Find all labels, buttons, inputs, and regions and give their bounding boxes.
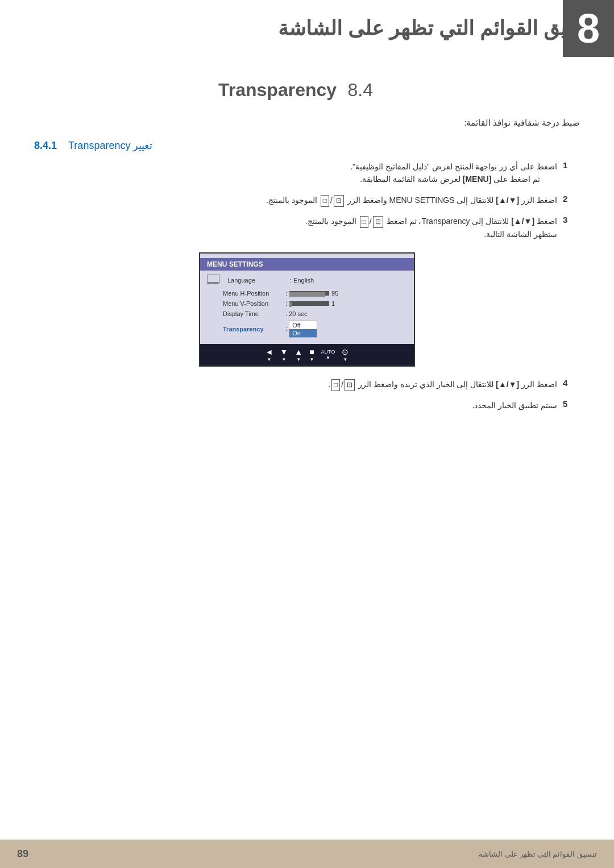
monitor-screen: MENU SETTINGS Language : English Menu H-… <box>199 252 415 367</box>
step-number-4: 4 <box>563 378 580 388</box>
menu-value-vposition: : 1 <box>285 300 407 307</box>
subsection-heading: تغيير Transparency 8.4.1 <box>34 139 580 152</box>
ctrl-left: ◄ ▼ <box>265 347 273 362</box>
menu-label-vposition: Menu V-Position <box>223 300 285 307</box>
section-number: 8.4 <box>348 80 373 100</box>
menu-value-hposition: : 95 <box>285 290 407 297</box>
ctrl-select: ■ ▼ <box>309 347 314 362</box>
step-text-5: سيتم تطبيق الخيار المحدد. <box>472 399 557 412</box>
step-text-4: اضغط الزر [▼/▲] للانتقال إلى الخيار الذي… <box>328 378 557 391</box>
menu-label-transparency: Transparency <box>223 326 285 333</box>
footer-page-number: 89 <box>17 848 28 860</box>
step-text-2: اضغط الزر [▼/▲] للانتقال إلى MENU SETTIN… <box>266 194 557 207</box>
step-4: 4 اضغط الزر [▼/▲] للانتقال إلى الخيار ال… <box>34 378 580 391</box>
step-2: 2 اضغط الزر [▼/▲] للانتقال إلى MENU SETT… <box>34 194 580 207</box>
menu-row-hposition: Menu H-Position : 95 <box>200 288 414 298</box>
menu-value-transparency: : Off On <box>285 321 407 338</box>
menu-label-language: Language <box>227 277 290 284</box>
menu-title: MENU SETTINGS <box>200 258 414 271</box>
subsection-number: 8.4.1 <box>34 140 57 152</box>
svg-rect-0 <box>207 275 219 283</box>
menu-value-displaytime: : 20 sec <box>285 310 407 317</box>
arabic-description: ضبط درجة شفافية نوافذ القائمة: <box>34 118 580 128</box>
steps-container-2: 4 اضغط الزر [▼/▲] للانتقال إلى الخيار ال… <box>34 378 580 412</box>
menu-value-language: : English <box>290 277 407 284</box>
chapter-number-box: 8 <box>563 0 614 57</box>
ctrl-down: ▼ ▼ <box>280 347 288 362</box>
page-footer: 89 تنسيق القوائم التي تظهر على الشاشة <box>0 840 614 868</box>
menu-row-language: Language : English <box>200 273 414 288</box>
monitor-container: MENU SETTINGS Language : English Menu H-… <box>34 252 580 367</box>
footer-text: تنسيق القوائم التي تظهر على الشاشة <box>479 850 597 858</box>
menu-row-displaytime: Display Time : 20 sec <box>200 309 414 319</box>
monitor-icon <box>207 275 219 285</box>
step-text-3: اضغط [▼/▲] للانتقال إلى Transparency، ثم… <box>305 215 557 241</box>
step-number-3: 3 <box>563 215 580 225</box>
step-number-2: 2 <box>563 194 580 203</box>
page-header: تنسيق القوائم التي تظهر على الشاشة 8 <box>0 0 614 57</box>
step-number-5: 5 <box>563 399 580 409</box>
step-3: 3 اضغط [▼/▲] للانتقال إلى Transparency، … <box>34 215 580 241</box>
chapter-title: تنسيق القوائم التي تظهر على الشاشة <box>0 16 603 40</box>
menu-label-displaytime: Display Time <box>223 310 285 317</box>
step-text-1: اضغط على أي زر بواجهة المنتج لعرض "دليل … <box>350 160 557 186</box>
ctrl-auto: AUTO ▼ <box>321 349 335 360</box>
step-5: 5 سيتم تطبيق الخيار المحدد. <box>34 399 580 412</box>
steps-container: 1 اضغط على أي زر بواجهة المنتج لعرض "دلي… <box>34 160 580 241</box>
menu-label-hposition: Menu H-Position <box>223 290 285 297</box>
ctrl-power: ⊙ ▼ <box>342 347 349 362</box>
step-number-1: 1 <box>563 160 580 170</box>
section-title: Transparency <box>218 80 337 100</box>
chapter-number: 8 <box>577 8 600 49</box>
menu-row-transparency: Transparency : Off On <box>200 319 414 339</box>
section-heading: Transparency 8.4 <box>0 80 614 101</box>
step-1: 1 اضغط على أي زر بواجهة المنتج لعرض "دلي… <box>34 160 580 186</box>
menu-panel: MENU SETTINGS Language : English Menu H-… <box>200 254 414 344</box>
subsection-title: تغيير Transparency <box>68 139 152 152</box>
menu-row-vposition: Menu V-Position : 1 <box>200 298 414 309</box>
ctrl-up: ▲ ▼ <box>294 347 302 362</box>
monitor-controls: ◄ ▼ ▼ ▼ ▲ ▼ ■ ▼ AUTO ▼ ⊙ ▼ <box>200 344 414 366</box>
